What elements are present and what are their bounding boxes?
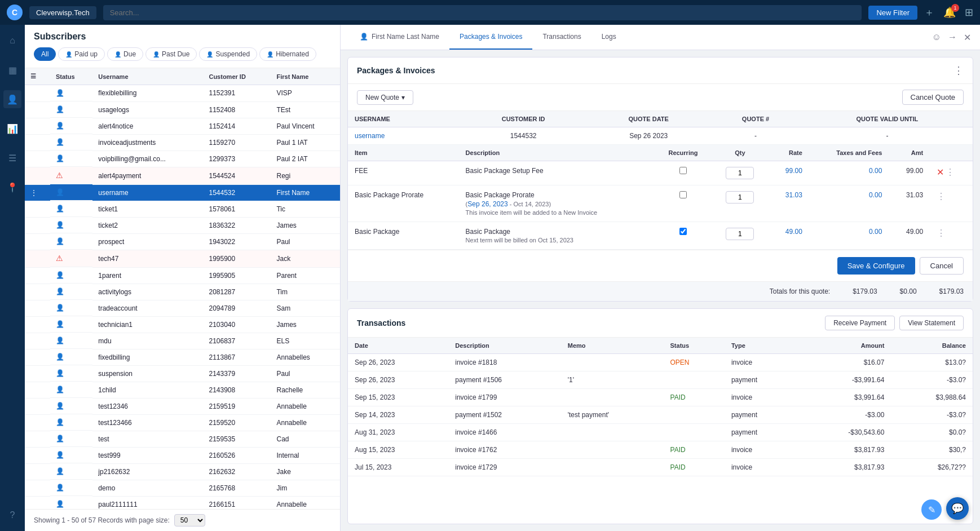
subscriber-row[interactable]: 👤 1parent1995905Parent [25, 267, 340, 284]
totals-taxes: $0.00 [900, 287, 917, 295]
user-icon: 👤 [56, 304, 64, 312]
search-input[interactable] [103, 5, 862, 20]
view-statement-button[interactable]: View Statement [899, 316, 964, 330]
filter-tab-hibernated[interactable]: 👤 Hibernated [259, 47, 316, 61]
subscriber-row[interactable]: 👤 test2159535Cad [25, 431, 340, 447]
filter-tab-suspended[interactable]: 👤 Suspended [199, 47, 257, 61]
trans-date: Aug 15, 2023 [348, 441, 448, 459]
subscriber-row[interactable]: 👤 mdu2106837ELS [25, 333, 340, 349]
item-recurring-checkbox-fee[interactable] [679, 167, 687, 174]
cancel-button[interactable]: Cancel [920, 257, 964, 275]
subscriber-row[interactable]: 👤 test9992160526Internal [25, 447, 340, 463]
row-first-name: Sam [271, 300, 340, 316]
row-customer-id: 1152414 [203, 118, 271, 134]
row-menu[interactable]: ⋮ [25, 184, 50, 201]
quote-bar: New Quote ▾ Cancel Quote [348, 84, 973, 111]
cancel-quote-button[interactable]: Cancel Quote [902, 90, 964, 105]
subscriber-row[interactable]: ⚠ alert4payment1544524Regi [25, 167, 340, 184]
subscriber-row[interactable]: 👤 jp21626322162632Jake [25, 463, 340, 480]
emoji-icon[interactable]: ☺ [932, 32, 941, 42]
row-status: 👤 [50, 284, 92, 300]
new-filter-button[interactable]: New Filter [868, 6, 917, 20]
item-recurring-checkbox-basic[interactable] [679, 228, 687, 235]
trans-amount: $3,817.93 [798, 459, 891, 476]
close-item-fee-button[interactable]: ✕ [937, 167, 944, 178]
quote-date: Sep 26 2023 [588, 127, 709, 145]
subscriber-row[interactable]: 👤 alert4notice1152414Paul Vincent [25, 118, 340, 134]
subscriber-row[interactable]: 👤 1child2143908Rachelle [25, 382, 340, 398]
filter-tab-due[interactable]: 👤 Due [107, 47, 143, 61]
item-menu-prorate-icon[interactable]: ⋮ [937, 192, 946, 201]
subscriber-row[interactable]: 👤 prospect1943022Paul [25, 233, 340, 250]
edit-icon[interactable]: ✎ [921, 499, 942, 520]
subscriber-row[interactable]: 👤 test123462159519Annabelle [25, 398, 340, 414]
item-qty-prorate [712, 185, 769, 222]
item-menu-fee-icon[interactable]: ⋮ [946, 167, 955, 177]
trans-balance: $3,988.64 [891, 389, 973, 406]
row-first-name: Regi [271, 167, 340, 184]
subscriber-row[interactable]: 👤 technician12103040James [25, 316, 340, 333]
subscriber-row[interactable]: 👤 tradeaccount2094789Sam [25, 300, 340, 316]
save-configure-button[interactable]: Save & Configure [837, 257, 915, 275]
sidebar-map-icon[interactable]: 📍 [3, 178, 21, 196]
tab-packages[interactable]: Packages & Invoices [449, 25, 532, 50]
item-qty-input-basic[interactable] [726, 228, 754, 240]
subscriber-row[interactable]: 👤 test1234662159520Annabelle [25, 414, 340, 431]
item-qty-input-prorate[interactable] [726, 191, 754, 203]
page-size-select[interactable]: 50 25 100 [174, 514, 205, 526]
quote-username-link[interactable]: username [355, 132, 385, 140]
sidebar-help-icon[interactable]: ? [3, 506, 21, 524]
filter-tab-paid-up[interactable]: 👤 Paid up [58, 47, 105, 61]
items-col-recurring: Recurring [654, 145, 712, 161]
subscriber-row[interactable]: 👤 ticket21836322James [25, 217, 340, 233]
subscriber-row[interactable]: 👤 activitylogs2081287Tim [25, 284, 340, 300]
row-menu [25, 250, 50, 267]
close-icon[interactable]: ✕ [964, 32, 971, 43]
row-first-name: Paul Vincent [271, 118, 340, 134]
row-username: invoiceadjustments [92, 134, 203, 151]
trans-date: Aug 31, 2023 [348, 424, 448, 441]
sidebar-list-icon[interactable]: ☰ [3, 149, 21, 167]
sidebar-dashboard-icon[interactable]: ▦ [3, 61, 21, 79]
sidebar-users-icon[interactable]: 👤 [3, 90, 21, 108]
receive-payment-button[interactable]: Receive Payment [825, 316, 895, 330]
subscriber-row[interactable]: 👤 demo2165768Jim [25, 480, 340, 496]
notification-icon[interactable]: 🔔 1 [943, 6, 956, 19]
user-icon: 👤 [56, 237, 64, 245]
trans-memo [561, 389, 664, 406]
subscriber-row[interactable]: 👤 flexiblebilling1152391VISP [25, 85, 340, 102]
chat-bubble[interactable]: 💬 [946, 497, 969, 520]
trans-date: Sep 26, 2023 [348, 354, 448, 371]
item-qty-input-fee[interactable] [726, 167, 754, 179]
tab-subscriber[interactable]: 👤 First Name Last Name [350, 25, 449, 50]
row-customer-id: 1836322 [203, 217, 271, 233]
filter-tab-past-due[interactable]: 👤 Past Due [145, 47, 197, 61]
subscriber-row[interactable]: ⋮ 👤 username1544532First Name [25, 184, 340, 201]
subscriber-row[interactable]: 👤 invoiceadjustments1159270Paul 1 IAT [25, 134, 340, 151]
subscriber-row[interactable]: 👤 suspension2143379Paul [25, 365, 340, 382]
sidebar-home-icon[interactable]: ⌂ [3, 32, 21, 50]
filter-tab-all[interactable]: All [34, 47, 56, 61]
subscriber-row[interactable]: 👤 paul21111112166151Annabelle [25, 496, 340, 509]
item-desc-fee: Basic Package Setup Fee [459, 161, 655, 185]
subscriber-row[interactable]: 👤 voipbilling@gmail.co...1299373Paul 2 I… [25, 151, 340, 167]
subscriber-row[interactable]: ⚠ tech471995900Jack [25, 250, 340, 267]
forward-icon[interactable]: → [948, 32, 957, 42]
transactions-table-wrap: Date Description Memo Status Type Amount… [348, 338, 973, 524]
tab-transactions[interactable]: Transactions [532, 25, 591, 50]
subscriber-row[interactable]: 👤 fixedbilling2113867Annabelles [25, 349, 340, 365]
tab-logs[interactable]: Logs [591, 25, 626, 50]
sidebar-chart-icon[interactable]: 📊 [3, 120, 21, 138]
packages-menu-icon[interactable]: ⋮ [953, 64, 964, 77]
row-customer-id: 2159535 [203, 431, 271, 447]
row-customer-id: 2159519 [203, 398, 271, 414]
subscriber-row[interactable]: 👤 ticket11578061Tic [25, 201, 340, 217]
grid-icon[interactable]: ⊞ [965, 6, 973, 19]
new-quote-button[interactable]: New Quote ▾ [357, 90, 413, 105]
add-icon[interactable]: ＋ [924, 6, 934, 19]
item-menu-basic-icon[interactable]: ⋮ [937, 228, 946, 238]
row-username: test12346 [92, 398, 203, 414]
item-recurring-checkbox-prorate[interactable] [679, 191, 687, 198]
item-name-prorate: Basic Package Prorate [348, 185, 459, 222]
subscriber-row[interactable]: 👤 usagelogs1152408TEst [25, 101, 340, 118]
